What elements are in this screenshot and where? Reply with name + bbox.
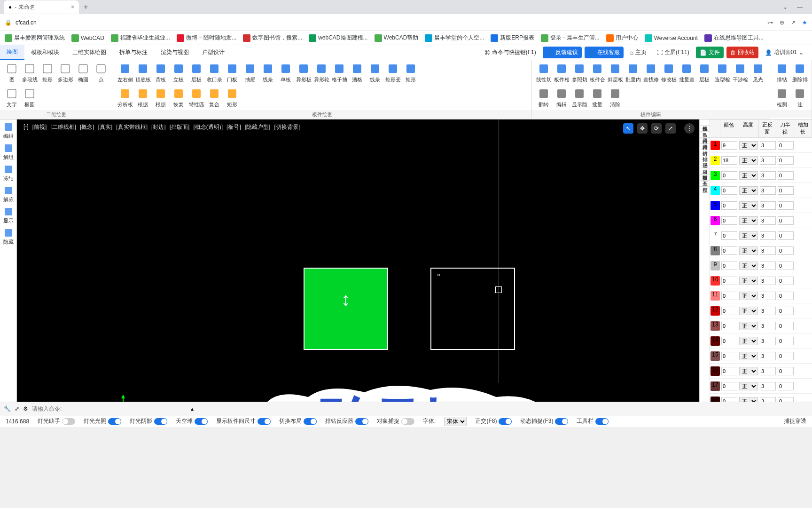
radius-input[interactable] — [760, 231, 776, 240]
overlay-item[interactable]: [二维线框] — [50, 123, 76, 131]
ribbon-查找修[interactable]: 查找修 — [642, 62, 660, 83]
panel-tab[interactable]: 排钻 — [700, 150, 710, 156]
move-icon[interactable]: ✥ — [637, 123, 648, 134]
color-swatch[interactable]: 8 — [710, 246, 720, 255]
groove-input[interactable] — [778, 216, 794, 225]
cmd-shortcut-button[interactable]: ⌘ 命令与快捷键(F1) — [481, 47, 540, 58]
ribbon-分析板[interactable]: 分析板 — [116, 87, 134, 108]
ribbon-板件合[interactable]: 板件合 — [588, 62, 606, 83]
ribbon-编辑[interactable]: 编辑 — [553, 87, 570, 108]
color-swatch[interactable]: 1 — [710, 141, 720, 150]
toggle-switch[interactable] — [195, 418, 208, 425]
bookmark-item[interactable]: 用户中心 — [606, 34, 638, 42]
groove-input[interactable] — [778, 382, 794, 390]
ribbon-矩形[interactable]: 矩形 — [39, 62, 56, 83]
height-input[interactable] — [721, 307, 737, 315]
groove-input[interactable] — [778, 277, 794, 285]
color-swatch[interactable]: 15 — [710, 351, 720, 361]
panel-tab[interactable]: 场景 — [700, 156, 710, 162]
bookmark-item[interactable]: 数字图书馆，搜索... — [243, 34, 302, 42]
new-tab-button[interactable]: + — [84, 3, 88, 11]
ribbon-造型检[interactable]: 造型检 — [713, 62, 731, 83]
ribbon-批量查[interactable]: 批量查 — [678, 62, 695, 83]
ribbon-椭圆[interactable]: 椭圆 — [74, 62, 92, 83]
color-swatch[interactable]: 9 — [710, 261, 720, 270]
ribbon-翻转[interactable]: 翻转 — [535, 87, 553, 108]
groove-input[interactable] — [778, 201, 794, 210]
radius-input[interactable] — [760, 216, 776, 225]
height-input[interactable] — [721, 397, 737, 402]
user-button[interactable]: 👤 培训师01 ⌄ — [761, 47, 807, 58]
face-select[interactable]: 正 — [739, 262, 758, 270]
groove-input[interactable] — [778, 141, 794, 150]
sidebar-编组[interactable]: 编组 — [3, 122, 14, 140]
height-input[interactable] — [721, 367, 737, 375]
color-swatch[interactable]: 6 — [710, 216, 720, 225]
sidebar-冻结[interactable]: 冻结 — [3, 165, 14, 182]
height-input[interactable] — [721, 292, 737, 300]
groove-input[interactable] — [778, 186, 794, 195]
ribbon-矩形[interactable]: 矩形 — [223, 87, 241, 108]
face-select[interactable]: 正 — [739, 246, 758, 255]
groove-input[interactable] — [778, 262, 794, 270]
fullscreen-button[interactable]: ⛶ 全屏(F11) — [653, 47, 693, 58]
search-icon[interactable]: ⊕ — [780, 19, 784, 26]
bookmark-item[interactable]: 晨丰学堂的个人空... — [425, 34, 484, 42]
ribbon-根据[interactable]: 根据 — [134, 87, 152, 108]
bookmark-item[interactable]: 在线思维导图工具... — [704, 34, 764, 42]
ribbon-多边形[interactable]: 多边形 — [56, 62, 74, 83]
radius-input[interactable] — [760, 292, 776, 300]
face-select[interactable]: 正 — [739, 352, 758, 360]
ribbon-层板[interactable]: 层板 — [187, 62, 205, 83]
ribbon-门板[interactable]: 门板 — [223, 62, 241, 83]
browser-tab[interactable]: ● - 未命名 × — [4, 0, 79, 14]
home-button[interactable]: ⌂ 主页 — [626, 47, 650, 58]
color-swatch[interactable]: 13 — [710, 321, 720, 331]
face-select[interactable]: 正 — [739, 292, 758, 300]
radius-input[interactable] — [760, 382, 776, 390]
face-select[interactable]: 正 — [739, 156, 758, 165]
ribbon-异形轮[interactable]: 异形轮 — [312, 62, 330, 83]
overlay-item[interactable]: [封边] — [151, 123, 166, 131]
ribbon-排钻[interactable]: 排钻 — [773, 62, 791, 83]
toggle-switch[interactable] — [258, 418, 271, 425]
panel-tab[interactable]: 二维刀路 — [700, 132, 710, 138]
height-input[interactable] — [721, 277, 737, 285]
ribbon-图[interactable]: 图 — [3, 62, 21, 83]
bookmark-item[interactable]: 登录 - 晨丰生产管... — [541, 34, 600, 42]
bookmark-item[interactable]: WebCAD — [71, 34, 104, 42]
overlay-item[interactable]: [概念] — [80, 123, 94, 131]
radius-input[interactable] — [760, 171, 776, 180]
radius-input[interactable] — [760, 186, 776, 195]
ribbon-显示隐[interactable]: 显示隐 — [570, 87, 588, 108]
share-icon[interactable]: ⋮ — [684, 123, 695, 134]
font-select[interactable]: 宋体 — [444, 417, 467, 426]
ribbon-多段线[interactable]: 多段线 — [21, 62, 39, 83]
ribbon-文字[interactable]: 文字 — [3, 87, 21, 108]
face-select[interactable]: 正 — [739, 367, 758, 375]
wrench-icon[interactable]: 🔧 — [4, 405, 11, 412]
groove-input[interactable] — [778, 397, 794, 402]
tab-4[interactable]: 渲染与视图 — [154, 45, 195, 60]
toggle-switch[interactable] — [401, 418, 414, 425]
ribbon-修改板[interactable]: 修改板 — [660, 62, 678, 83]
face-select[interactable]: 正 — [739, 337, 758, 345]
cursor-icon[interactable]: ↖ — [623, 123, 633, 134]
command-input[interactable] — [32, 405, 182, 412]
color-swatch[interactable]: 14 — [710, 336, 720, 346]
feedback-button[interactable]: 👤 反馈建议 — [543, 47, 582, 58]
height-input[interactable] — [721, 171, 737, 180]
face-select[interactable]: 正 — [739, 141, 758, 150]
ribbon-抽屉[interactable]: 抽屉 — [241, 62, 259, 83]
panel-tab[interactable]: 模型 — [700, 181, 710, 187]
tab-3[interactable]: 拆单与标注 — [113, 45, 154, 60]
panel-tab[interactable]: 板件属性 — [700, 119, 710, 126]
ribbon-删除排[interactable]: 删除排 — [791, 62, 809, 83]
groove-input[interactable] — [778, 231, 794, 240]
groove-input[interactable] — [778, 156, 794, 165]
radius-input[interactable] — [760, 156, 776, 165]
bookmark-item[interactable]: WebCAD帮助 — [375, 34, 419, 42]
ribbon-椭圆[interactable]: 椭圆 — [21, 87, 39, 108]
ribbon-格子抽[interactable]: 格子抽 — [330, 62, 348, 83]
service-button[interactable]: 👤 在线客服 — [585, 47, 624, 58]
